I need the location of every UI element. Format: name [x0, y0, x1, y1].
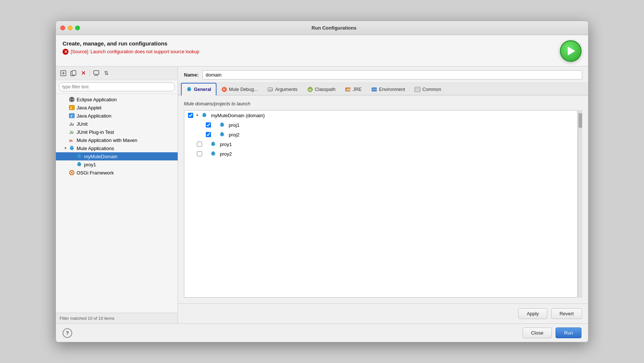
- name-input[interactable]: [202, 70, 582, 79]
- tree-item-proy1[interactable]: proy1: [56, 160, 178, 169]
- no-expand: [63, 130, 68, 134]
- maximize-button[interactable]: [75, 26, 80, 30]
- tree-label-java-app: Java Application: [77, 113, 111, 119]
- project-item-proy2[interactable]: proy2: [184, 149, 577, 159]
- apply-button[interactable]: Apply: [518, 308, 547, 319]
- mule-icon-proy1: [210, 141, 216, 147]
- tree-item-junit-plugin[interactable]: Jü JUnit Plug-in Test: [56, 128, 178, 136]
- apply-revert-row: Apply Revert: [178, 303, 588, 323]
- tab-classpath[interactable]: cp Classpath: [302, 83, 341, 95]
- tab-common[interactable]: Common: [410, 83, 446, 95]
- tree-item-mymuledomain[interactable]: myMuleDomain: [56, 152, 178, 160]
- run-large-button[interactable]: [560, 40, 581, 62]
- no-expand: [63, 170, 68, 175]
- title-bar: Run Configurations: [56, 21, 588, 35]
- checkbox-mymuledomain[interactable]: [188, 113, 193, 118]
- tree-item-java-applet[interactable]: J Java Applet: [56, 104, 178, 112]
- projects-scrollbar[interactable]: [578, 110, 582, 298]
- tab-environment[interactable]: ENV Environment: [366, 83, 410, 95]
- tab-label-jre: JRE: [353, 87, 362, 92]
- project-item-proj1[interactable]: proj1: [184, 120, 577, 130]
- error-message: [Source]: Launch configuration does not …: [71, 49, 199, 54]
- java-applet-icon: J: [69, 105, 75, 111]
- svg-rect-4: [72, 71, 76, 75]
- window-bottom: ? Close Run: [56, 323, 588, 342]
- tabs-row: General Mule Debug...: [178, 83, 588, 95]
- no-expand: [71, 162, 75, 167]
- checkbox-proj1[interactable]: [206, 122, 211, 128]
- delete-config-button[interactable]: ✕: [79, 69, 88, 78]
- java-app-icon: J: [69, 113, 75, 119]
- tree-label-junit: JUnit: [77, 121, 88, 127]
- project-label-proy2: proy2: [220, 151, 232, 157]
- tab-label-mule-debug: Mule Debug...: [229, 87, 258, 92]
- expand-mymuledomain: ▼: [195, 113, 199, 117]
- tab-mule-debug[interactable]: Mule Debug...: [217, 83, 263, 95]
- copy-config-button[interactable]: [69, 69, 78, 78]
- expand-mule-apps: [63, 146, 68, 150]
- tab-label-arguments: Arguments: [275, 87, 297, 92]
- revert-button[interactable]: Revert: [551, 308, 582, 319]
- svg-rect-29: [415, 87, 420, 92]
- help-button[interactable]: ?: [63, 328, 72, 338]
- run-button-bottom[interactable]: Run: [556, 328, 581, 338]
- filter-button[interactable]: ⇅: [102, 69, 111, 78]
- tree-item-mule-apps[interactable]: Mule Applications: [56, 144, 178, 152]
- project-label-proy1: proy1: [220, 142, 232, 147]
- svg-text:cp: cp: [308, 88, 312, 91]
- tree-container: Eclipse Application J Java Applet: [56, 94, 178, 313]
- toolbar-separator: [90, 70, 90, 77]
- svg-text:ENV: ENV: [372, 88, 377, 91]
- svg-text:J: J: [70, 114, 72, 118]
- tree-label-junit-plugin: JUnit Plug-in Test: [77, 129, 114, 135]
- bottom-action-buttons: Close Run: [523, 328, 581, 338]
- project-item-proy1-main[interactable]: proy1: [184, 139, 577, 149]
- tab-jre[interactable]: JRE JRE: [340, 83, 366, 95]
- filter-input-wrap: [56, 80, 178, 94]
- tree-item-osgi[interactable]: OSGi Framework: [56, 169, 178, 177]
- filter-input[interactable]: [59, 82, 175, 91]
- project-item-mymuledomain[interactable]: ▼ myMuleDomain (domain): [184, 111, 577, 120]
- filter-status: Filter matched 10 of 10 items: [56, 313, 178, 323]
- osgi-icon: [69, 170, 75, 176]
- traffic-lights: [60, 26, 80, 30]
- project-label-proj2: proj2: [229, 132, 239, 138]
- new-config-button[interactable]: [59, 69, 68, 78]
- no-expand: [63, 113, 68, 118]
- minimize-button[interactable]: [68, 26, 73, 30]
- no-expand: [71, 154, 75, 159]
- header-error: ✕ [Source]: Launch configuration does no…: [63, 49, 199, 55]
- tree-label-eclipse-app: Eclipse Application: [77, 97, 117, 102]
- tree-item-eclipse-app[interactable]: Eclipse Application: [56, 95, 178, 104]
- mule-icon-proy2: [210, 151, 216, 157]
- tree-item-mule-maven[interactable]: m Mule Application with Maven: [56, 136, 178, 144]
- section-label: Mule domains/projects to launch: [184, 101, 582, 106]
- junit-plugin-icon: Jü: [69, 129, 75, 135]
- project-label-mymuledomain: myMuleDomain (domain): [211, 113, 265, 118]
- tree-label-proy1: proy1: [84, 162, 96, 167]
- close-button[interactable]: [60, 26, 65, 30]
- checkbox-proy1[interactable]: [197, 142, 202, 147]
- tab-label-common: Common: [422, 87, 441, 92]
- header-title: Create, manage, and run configurations: [63, 40, 199, 47]
- checkbox-proj2[interactable]: [206, 132, 211, 137]
- mule-apps-icon: [69, 145, 75, 151]
- svg-text:Ju: Ju: [69, 122, 74, 126]
- project-item-proj2[interactable]: proj2: [184, 130, 577, 139]
- mule-maven-icon: m: [69, 137, 75, 143]
- collapse-all-button[interactable]: [92, 69, 101, 78]
- left-toolbar: ✕ ⇅: [56, 67, 178, 80]
- tab-general[interactable]: General: [181, 83, 217, 95]
- tree-item-junit[interactable]: Ju JUnit: [56, 120, 178, 128]
- mule-icon-mymuledomain: [201, 112, 207, 118]
- close-button-bottom[interactable]: Close: [523, 328, 552, 338]
- scrollbar-thumb[interactable]: [578, 113, 582, 128]
- tree-item-java-app[interactable]: J Java Application: [56, 112, 178, 120]
- error-icon: ✕: [63, 49, 68, 55]
- tab-arguments[interactable]: (x)= Arguments: [262, 83, 302, 95]
- project-label-proj1: proj1: [229, 122, 239, 128]
- svg-text:Jü: Jü: [69, 130, 74, 135]
- header-left: Create, manage, and run configurations ✕…: [63, 40, 199, 55]
- eclipse-icon: [69, 96, 75, 102]
- checkbox-proy2[interactable]: [197, 151, 202, 156]
